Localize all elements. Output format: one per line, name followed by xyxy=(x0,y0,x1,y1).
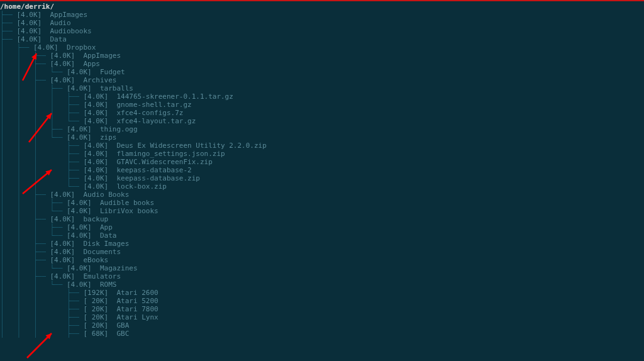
entry-name: tarballs xyxy=(100,84,133,92)
entry-name: AppImages xyxy=(83,52,121,60)
tree-branch: │ │ │ ├── xyxy=(0,199,67,207)
entry-name: 144765-skreener-0.1.1.tar.gz xyxy=(116,92,233,101)
entry-name: Archives xyxy=(83,76,116,84)
tree-row: │ │ │ ├── [ 20K] Atari Lynx xyxy=(0,313,644,321)
tree-row: │ │ │ │ ├── [4.0K] 144765-skreener-0.1.1… xyxy=(0,92,644,101)
tree-row: ├── [4.0K] Data xyxy=(0,35,644,43)
tree-branch: │ │ │ ├── xyxy=(0,158,83,166)
entry-name: Audiobooks xyxy=(50,27,91,35)
entry-name: keepass-database.zip xyxy=(116,174,199,182)
tree-branch: │ │ │ │ ├── xyxy=(0,92,83,101)
entry-size: [4.0K] xyxy=(33,43,67,52)
entry-name: Data xyxy=(100,231,117,240)
tree-row: │ ├── [4.0K] Dropbox xyxy=(0,43,644,52)
tree-branch: │ │ │ │ └── xyxy=(0,117,83,125)
entry-name: Documents xyxy=(83,248,121,256)
entry-size: [4.0K] xyxy=(67,199,100,207)
tree-row: │ │ ├── [4.0K] Audio Books xyxy=(0,191,644,199)
tree-row: │ │ │ ├── [4.0K] Deus Ex Widescreen Util… xyxy=(0,142,644,150)
tree-row: ├── [4.0K] Audio xyxy=(0,19,644,27)
entry-size: [4.0K] xyxy=(83,158,116,166)
tree-branch: │ │ │ ├── xyxy=(0,321,83,330)
entry-name: Atari Lynx xyxy=(116,313,158,321)
tree-row: │ │ │ ├── [192K] Atari 2600 xyxy=(0,289,644,297)
entry-name: thing.ogg xyxy=(100,125,138,133)
tree-branch: │ │ │ ├── xyxy=(0,125,67,133)
tree-row: │ │ ├── [4.0K] AppImages xyxy=(0,52,644,60)
entry-name: Audio Books xyxy=(83,191,129,199)
tree-branch: │ │ ├── xyxy=(0,272,50,280)
tree-row: │ │ │ ├── [4.0K] App xyxy=(0,223,644,231)
entry-name: lock-box.zip xyxy=(116,182,166,191)
entry-size: [4.0K] xyxy=(50,248,83,256)
tree-row: │ │ │ ├── [4.0K] thing.ogg xyxy=(0,125,644,133)
tree-row: │ │ ├── [4.0K] eBooks xyxy=(0,256,644,264)
entry-name: Deus Ex Widescreen Utility 2.2.0.zip xyxy=(116,142,266,150)
tree-branch: │ │ │ ├── xyxy=(0,313,83,321)
tree-branch: ├── xyxy=(0,35,17,43)
entry-name: backup xyxy=(83,215,108,223)
tree-branch: │ │ │ ├── xyxy=(0,289,83,297)
entry-name: xfce4-configs.7z xyxy=(116,109,183,117)
entry-name: ROMS xyxy=(100,280,117,289)
tree-row: │ │ │ └── [4.0K] zips xyxy=(0,133,644,142)
tree-branch: │ │ ├── xyxy=(0,256,50,264)
tree-row: │ │ │ ├── [ 20K] Atari 5200 xyxy=(0,297,644,305)
entry-size: [4.0K] xyxy=(50,191,83,199)
entry-size: [4.0K] xyxy=(83,117,116,125)
entry-size: [4.0K] xyxy=(67,223,100,231)
entry-name: LibriVox books xyxy=(100,207,158,215)
entry-size: [4.0K] xyxy=(83,174,116,182)
entry-size: [4.0K] xyxy=(83,92,116,101)
tree-row: │ │ │ ├── [ 20K] Atari 7800 xyxy=(0,305,644,313)
tree-branch: │ │ ├── xyxy=(0,76,50,84)
tree-branch: ├── xyxy=(0,27,17,35)
entry-name: Atari 7800 xyxy=(116,305,158,313)
tree-row: │ │ │ ├── [4.0K] tarballs xyxy=(0,84,644,92)
tree-row: │ │ │ ├── [4.0K] GTAVC.WidescreenFix.zip xyxy=(0,158,644,166)
entry-size: [4.0K] xyxy=(67,84,100,92)
tree-row: │ │ ├── [4.0K] Emulators xyxy=(0,272,644,280)
tree-branch: │ │ │ └── xyxy=(0,264,67,272)
tree-branch: │ │ │ └── xyxy=(0,182,83,191)
entry-size: [192K] xyxy=(83,289,116,297)
tree-row: │ │ │ │ ├── [4.0K] gnome-shell.tar.gz xyxy=(0,101,644,109)
entry-size: [ 20K] xyxy=(83,297,116,305)
entry-size: [4.0K] xyxy=(17,35,50,43)
entry-name: xfce4-layout.tar.gz xyxy=(116,117,196,125)
entry-name: Audible books xyxy=(100,199,154,207)
tree-branch: │ │ ├── xyxy=(0,240,50,248)
tree-branch: │ │ │ ├── xyxy=(0,297,83,305)
entry-size: [4.0K] xyxy=(83,101,116,109)
entry-size: [ 20K] xyxy=(83,321,116,330)
tree-row: │ │ │ └── [4.0K] Fudget xyxy=(0,68,644,76)
tree-row: │ │ │ └── [4.0K] ROMS xyxy=(0,280,644,289)
entry-size: [4.0K] xyxy=(83,166,116,174)
tree-branch: │ │ │ ├── xyxy=(0,166,83,174)
tree-row: │ │ │ └── [4.0K] Data xyxy=(0,231,644,240)
tree-row: │ │ ├── [4.0K] backup xyxy=(0,215,644,223)
tree-branch: │ │ │ ├── xyxy=(0,84,67,92)
entry-name: gnome-shell.tar.gz xyxy=(116,101,191,109)
tree-row: │ │ ├── [4.0K] Archives xyxy=(0,76,644,84)
entry-name: Fudget xyxy=(100,68,125,76)
entry-size: [4.0K] xyxy=(67,125,100,133)
tree-row: │ │ │ ├── [4.0K] flamingo_settings.json.… xyxy=(0,150,644,158)
entry-size: [4.0K] xyxy=(17,27,50,35)
tree-row: │ │ ├── [4.0K] Disk Images xyxy=(0,240,644,248)
entry-size: [4.0K] xyxy=(83,142,116,150)
entry-size: [4.0K] xyxy=(67,68,100,76)
entry-name: eBooks xyxy=(83,256,108,264)
tree-row: ├── [4.0K] AppImages xyxy=(0,11,644,19)
entry-size: [ 20K] xyxy=(83,313,116,321)
entry-size: [4.0K] xyxy=(67,231,100,240)
entry-name: App xyxy=(100,223,113,231)
tree-branch: │ │ │ └── xyxy=(0,280,67,289)
entry-size: [4.0K] xyxy=(83,109,116,117)
tree-branch: │ │ ├── xyxy=(0,60,50,68)
entry-name: GBC xyxy=(116,330,129,338)
tree-branch: │ │ ├── xyxy=(0,191,50,199)
tree-branch: ├── xyxy=(0,19,17,27)
tree-row: │ │ │ │ ├── [4.0K] xfce4-configs.7z xyxy=(0,109,644,117)
tree-branch: │ ├── xyxy=(0,43,33,52)
